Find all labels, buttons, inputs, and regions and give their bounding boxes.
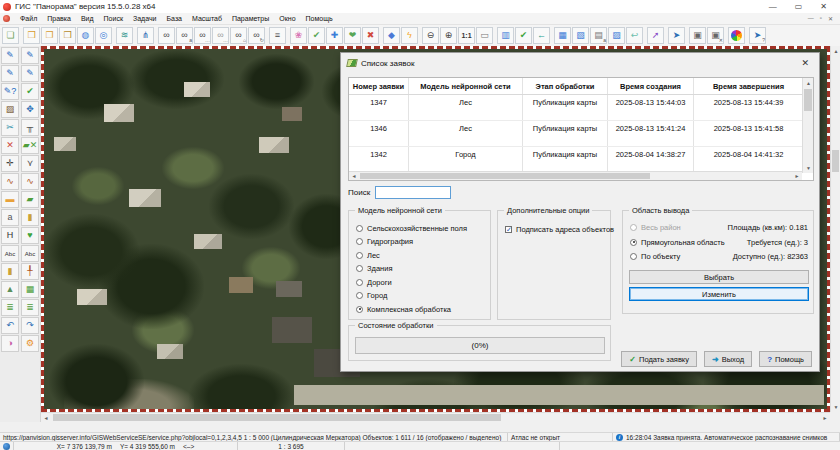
mdi-close-button[interactable]: ✕ xyxy=(828,15,833,22)
mark-save-button[interactable]: ❤ xyxy=(344,27,361,44)
find-object-button[interactable]: ∞ xyxy=(158,27,175,44)
radio-icon[interactable] xyxy=(356,252,363,259)
open-database-button[interactable]: ❒ xyxy=(59,27,76,44)
pointer-tool-button[interactable]: ➤ xyxy=(668,27,685,44)
scroll-up-icon[interactable]: ▲ xyxy=(803,78,814,88)
radio-icon[interactable] xyxy=(356,306,363,313)
mark-add-button[interactable]: ✚ xyxy=(326,27,343,44)
map-favorite-button[interactable]: ♥ xyxy=(21,227,39,244)
mark-check-button[interactable]: ✔ xyxy=(308,27,325,44)
text-abc-2-button[interactable]: Abc xyxy=(21,245,39,262)
map-hscroll-thumb[interactable] xyxy=(53,414,501,421)
address-labels-label[interactable]: Подписать адреса объектов xyxy=(516,225,614,234)
table-hscroll-thumb[interactable] xyxy=(360,173,650,179)
apply-view-button[interactable]: ✔ xyxy=(515,27,532,44)
delete-area-button[interactable]: ▰✕ xyxy=(21,137,39,154)
stairs-down-button[interactable]: ≣ xyxy=(21,299,39,316)
text-abc-button[interactable]: Abc xyxy=(1,245,19,262)
find-repeat-button[interactable]: ∞↻ xyxy=(248,27,265,44)
minimize-button[interactable]: — xyxy=(769,0,777,13)
table-vertical-scrollbar[interactable]: ▲ ▼ xyxy=(802,78,813,173)
open-folder-button[interactable]: ❐ xyxy=(41,27,58,44)
map-horizontal-scrollbar[interactable]: ◄ ► xyxy=(41,412,830,422)
column-header-4[interactable]: Время завершения xyxy=(694,78,804,94)
table-row[interactable]: 1347ЛесПубликация карты2025-08-13 15:44:… xyxy=(349,95,813,121)
radio-icon[interactable] xyxy=(356,292,363,299)
menu-item-tasks[interactable]: Задачи xyxy=(128,15,162,22)
change-area-button[interactable]: Изменить xyxy=(629,287,809,301)
menu-item-edit[interactable]: Правка xyxy=(42,15,76,22)
model-option-complex[interactable]: Комплексная обработка xyxy=(356,304,451,314)
dialog-close-button[interactable]: ✕ xyxy=(797,58,813,68)
lamp-tool-2-button[interactable]: ▮ xyxy=(21,209,39,226)
select-area-button[interactable]: Выбрать xyxy=(629,270,809,284)
menu-item-help[interactable]: Помощь xyxy=(301,15,338,22)
scroll-up-icon[interactable]: ▲ xyxy=(831,46,840,56)
model-option-buildings[interactable]: Здания xyxy=(356,264,392,274)
map-copy-button[interactable]: ▨ xyxy=(608,27,625,44)
print-setup-button[interactable]: ▣✕ xyxy=(707,27,724,44)
confirm-edit-button[interactable]: ✔ xyxy=(21,83,39,100)
scroll-right-icon[interactable]: ► xyxy=(820,413,830,423)
select-by-table-button[interactable]: ▦ xyxy=(554,27,571,44)
smooth-line-button[interactable]: ∿ xyxy=(1,173,19,190)
print-button[interactable]: ▣ xyxy=(689,27,706,44)
column-header-1[interactable]: Модель нейронной сети xyxy=(409,78,523,94)
column-header-2[interactable]: Этап обработки xyxy=(523,78,608,94)
scroll-left-icon[interactable]: ◄ xyxy=(41,413,51,423)
what-is-this-button[interactable]: ➤? xyxy=(749,27,766,44)
find-address-button[interactable]: ∞⌂ xyxy=(230,27,247,44)
scroll-right-icon[interactable]: ► xyxy=(792,172,802,180)
map-legend-button[interactable]: ⋔ xyxy=(137,27,154,44)
address-labels-checkbox[interactable]: ✓ xyxy=(505,226,512,233)
mdi-minimize-button[interactable]: — xyxy=(808,15,814,22)
redo-button[interactable]: ↷ xyxy=(21,317,39,334)
map-3d-button[interactable]: ◆ xyxy=(383,27,400,44)
model-option-agriculture[interactable]: Сельскохозяйственные поля xyxy=(356,223,467,233)
scroll-down-icon[interactable]: ▼ xyxy=(803,163,814,173)
radio-icon[interactable] xyxy=(630,239,637,246)
area-copy-button[interactable]: ▰ xyxy=(21,191,39,208)
menu-item-options[interactable]: Параметры xyxy=(227,15,274,22)
radio-icon[interactable] xyxy=(356,238,363,245)
zoom-in-button[interactable]: ⊕ xyxy=(440,27,457,44)
find-continue-button[interactable]: ∞… xyxy=(212,27,229,44)
antenna-tool-button[interactable]: ╀ xyxy=(21,263,39,280)
close-button[interactable]: ✕ xyxy=(820,0,827,13)
model-option-hydrography[interactable]: Гидрография xyxy=(356,237,413,247)
cut-object-button[interactable]: ✂ xyxy=(1,119,19,136)
lamp-tool-button[interactable]: ▮ xyxy=(1,263,19,280)
radio-icon[interactable] xyxy=(356,265,363,272)
submit-request-button[interactable]: ✓ Подать заявку xyxy=(621,351,697,367)
table-vscroll-thumb[interactable] xyxy=(804,89,812,111)
scale-1-1-button[interactable]: 1:1 xyxy=(458,27,475,44)
model-option-roads[interactable]: Дороги xyxy=(356,277,392,287)
column-header-0[interactable]: Номер заявки xyxy=(349,78,409,94)
open-map-button[interactable]: ❒ xyxy=(23,27,40,44)
column-header-3[interactable]: Время создания xyxy=(608,78,694,94)
menu-item-scale[interactable]: Масштаб xyxy=(187,15,227,22)
delete-object-button[interactable]: ✕ xyxy=(1,137,19,154)
menu-item-database[interactable]: База xyxy=(161,15,187,22)
dialog-title-bar[interactable]: Список заявок ✕ xyxy=(341,53,819,73)
select-by-note-button[interactable]: ▧ xyxy=(572,27,589,44)
menu-item-search[interactable]: Поиск xyxy=(99,15,128,22)
route-tool-button[interactable]: ➚ xyxy=(647,27,664,44)
scroll-down-icon[interactable]: ▼ xyxy=(831,402,840,412)
mark-highlight-button[interactable]: ❀ xyxy=(290,27,307,44)
spline-edit-button[interactable]: ∿ xyxy=(21,173,39,190)
crosshair-tool-button[interactable]: ✛ xyxy=(1,155,19,172)
table-row[interactable]: 1342ГородПубликация карты2025-08-04 14:3… xyxy=(349,147,813,173)
mark-delete-button[interactable]: ✖ xyxy=(362,27,379,44)
map-restore-button[interactable]: ↩ xyxy=(626,27,643,44)
fit-frame-button[interactable]: ▭ xyxy=(476,27,493,44)
scroll-left-icon[interactable]: ◄ xyxy=(349,172,359,180)
triangle-net-button[interactable]: ▲ xyxy=(1,281,19,298)
junction-edit-button[interactable]: ╥ xyxy=(21,119,39,136)
table-row[interactable]: 1346ЛесПубликация карты2025-08-13 15:41:… xyxy=(349,121,813,147)
search-input[interactable] xyxy=(375,186,451,199)
zoom-out-button[interactable]: ⊖ xyxy=(422,27,439,44)
node-edit-button[interactable]: ⋎ xyxy=(21,155,39,172)
edit-object-button[interactable]: ✎ xyxy=(21,47,39,64)
exit-button[interactable]: ➜ Выход xyxy=(704,351,752,367)
